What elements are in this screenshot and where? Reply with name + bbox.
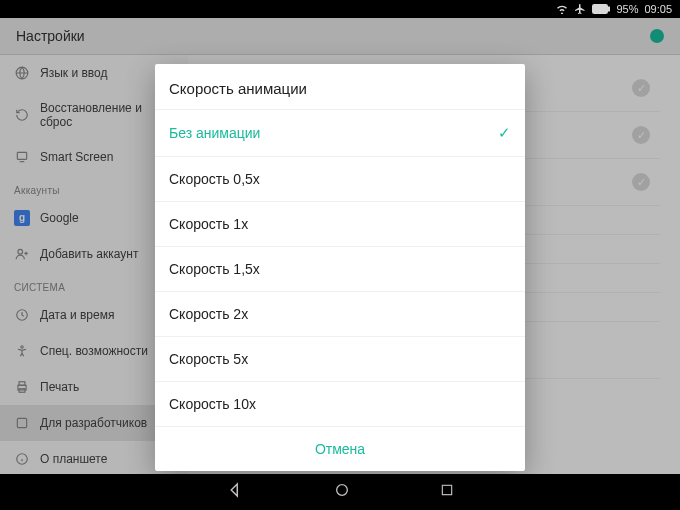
option-label: Без анимации [169,125,260,141]
svg-rect-14 [442,485,451,494]
dialog-option-5x[interactable]: Скорость 5x [155,336,525,381]
dialog-option-15x[interactable]: Скорость 1,5x [155,246,525,291]
dialog-cancel-button[interactable]: Отмена [155,426,525,471]
svg-point-13 [337,485,348,496]
option-label: Скорость 0,5x [169,171,260,187]
dialog-option-10x[interactable]: Скорость 10x [155,381,525,426]
nav-recents-button[interactable] [440,483,454,501]
dialog-title: Скорость анимации [155,64,525,109]
nav-home-button[interactable] [334,482,350,502]
check-icon: ✓ [498,124,511,142]
animation-speed-dialog: Скорость анимации Без анимации✓ Скорость… [155,64,525,471]
navigation-bar [0,474,680,510]
dialog-option-2x[interactable]: Скорость 2x [155,291,525,336]
nav-back-button[interactable] [226,481,244,503]
option-label: Скорость 5x [169,351,248,367]
option-label: Скорость 2x [169,306,248,322]
dialog-option-no-animation[interactable]: Без анимации✓ [155,109,525,156]
option-label: Скорость 10x [169,396,256,412]
dialog-option-05x[interactable]: Скорость 0,5x [155,156,525,201]
option-label: Скорость 1,5x [169,261,260,277]
dialog-option-1x[interactable]: Скорость 1x [155,201,525,246]
option-label: Скорость 1x [169,216,248,232]
